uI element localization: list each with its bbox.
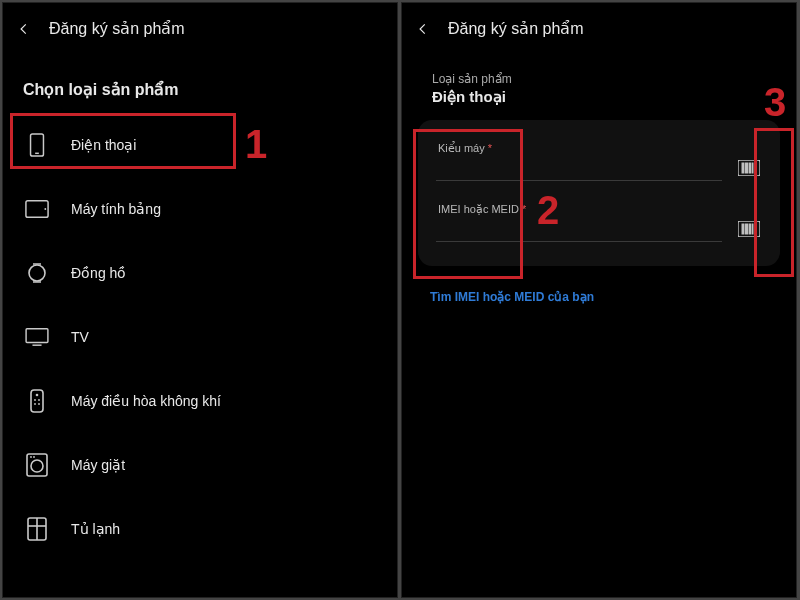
phone-screen-left: Đăng ký sản phẩm Chọn loại sản phẩm Điện… bbox=[2, 2, 398, 598]
svg-rect-22 bbox=[745, 163, 748, 173]
svg-point-15 bbox=[30, 456, 32, 458]
svg-rect-28 bbox=[745, 224, 748, 234]
svg-rect-5 bbox=[26, 329, 48, 343]
category-label: Máy điều hòa không khí bbox=[71, 393, 221, 409]
category-item-tv[interactable]: TV bbox=[3, 305, 397, 369]
svg-point-9 bbox=[34, 399, 36, 401]
svg-point-11 bbox=[34, 403, 36, 405]
back-icon[interactable] bbox=[416, 22, 430, 36]
fridge-icon bbox=[25, 517, 49, 541]
category-item-watch[interactable]: Đồng hồ bbox=[3, 241, 397, 305]
phone-icon bbox=[25, 133, 49, 157]
watch-icon bbox=[25, 261, 49, 285]
svg-point-8 bbox=[36, 394, 39, 397]
model-field[interactable]: Kiểu máy * bbox=[436, 142, 762, 181]
device-form-card: Kiểu máy * IMEI hoặc MEID * bbox=[418, 120, 780, 266]
category-list: Điện thoại Máy tính bảng Đồng hồ TV bbox=[3, 113, 397, 561]
barcode-scan-button[interactable] bbox=[736, 157, 762, 179]
required-mark: * bbox=[488, 142, 492, 154]
category-item-tablet[interactable]: Máy tính bảng bbox=[3, 177, 397, 241]
svg-rect-21 bbox=[742, 163, 744, 173]
category-item-fridge[interactable]: Tủ lạnh bbox=[3, 497, 397, 561]
barcode-scan-button[interactable] bbox=[736, 218, 762, 240]
tv-icon bbox=[25, 325, 49, 349]
back-icon[interactable] bbox=[17, 22, 31, 36]
header-title-right: Đăng ký sản phẩm bbox=[448, 19, 584, 38]
product-type-label: Loại sản phẩm bbox=[430, 68, 768, 86]
svg-point-10 bbox=[38, 399, 40, 401]
product-type-value: Điện thoại bbox=[430, 86, 768, 106]
tablet-icon bbox=[25, 197, 49, 221]
svg-point-14 bbox=[31, 460, 43, 472]
imei-label: IMEI hoặc MEID * bbox=[436, 203, 762, 216]
header-right: Đăng ký sản phẩm bbox=[402, 3, 796, 52]
model-label: Kiểu máy * bbox=[436, 142, 762, 155]
stage: Đăng ký sản phẩm Chọn loại sản phẩm Điện… bbox=[0, 0, 800, 600]
model-input[interactable] bbox=[436, 155, 722, 181]
section-title: Chọn loại sản phẩm bbox=[3, 52, 397, 113]
category-label: Đồng hồ bbox=[71, 265, 126, 281]
category-label: Điện thoại bbox=[71, 137, 136, 153]
svg-point-3 bbox=[44, 208, 46, 210]
category-label: Tủ lạnh bbox=[71, 521, 120, 537]
svg-rect-30 bbox=[752, 224, 753, 234]
svg-rect-27 bbox=[742, 224, 744, 234]
svg-rect-25 bbox=[755, 163, 757, 173]
ac-remote-icon bbox=[25, 389, 49, 413]
svg-rect-31 bbox=[755, 224, 757, 234]
imei-field[interactable]: IMEI hoặc MEID * bbox=[436, 203, 762, 242]
svg-point-16 bbox=[33, 456, 35, 458]
imei-input[interactable] bbox=[436, 216, 722, 242]
svg-rect-24 bbox=[752, 163, 753, 173]
category-item-phone[interactable]: Điện thoại bbox=[3, 113, 397, 177]
product-type-block: Loại sản phẩm Điện thoại bbox=[402, 52, 796, 106]
svg-point-4 bbox=[29, 265, 45, 281]
svg-rect-29 bbox=[749, 224, 751, 234]
header-left: Đăng ký sản phẩm bbox=[3, 3, 397, 52]
required-mark: * bbox=[522, 203, 526, 215]
category-label: Máy tính bảng bbox=[71, 201, 161, 217]
phone-screen-right: Đăng ký sản phẩm Loại sản phẩm Điện thoạ… bbox=[401, 2, 797, 598]
washer-icon bbox=[25, 453, 49, 477]
category-item-washer[interactable]: Máy giặt bbox=[3, 433, 397, 497]
svg-point-12 bbox=[38, 403, 40, 405]
find-imei-link[interactable]: Tìm IMEI hoặc MEID của bạn bbox=[430, 290, 796, 304]
category-item-ac[interactable]: Máy điều hòa không khí bbox=[3, 369, 397, 433]
header-title-left: Đăng ký sản phẩm bbox=[49, 19, 185, 38]
category-label: Máy giặt bbox=[71, 457, 125, 473]
svg-rect-23 bbox=[749, 163, 751, 173]
category-label: TV bbox=[71, 329, 89, 345]
svg-rect-7 bbox=[31, 390, 43, 412]
